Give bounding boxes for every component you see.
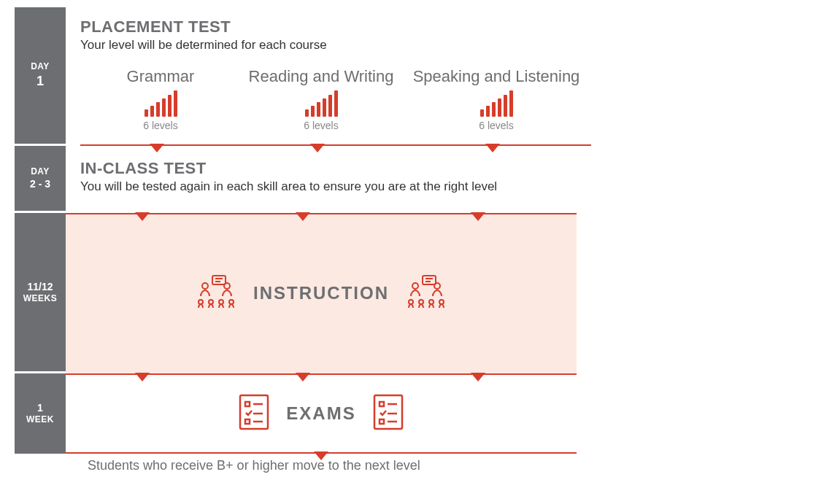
levels-label: 6 levels: [479, 120, 513, 131]
arrow-down-icon: [471, 373, 485, 381]
svg-rect-18: [380, 402, 384, 406]
skill-speaking-listening: Speaking and Listening 6 levels: [401, 67, 591, 131]
skill-grammar: Grammar 6 levels: [80, 67, 241, 131]
phase-3-row: 11/12 WEEKS: [15, 213, 817, 373]
svg-rect-16: [245, 419, 250, 424]
classroom-icon: [405, 274, 447, 312]
footer-note: Students who receive B+ or higher move t…: [88, 458, 817, 473]
levels-bars-icon: [480, 90, 513, 117]
exams-band: EXAMS: [80, 373, 562, 454]
phase-4-content: EXAMS: [66, 373, 577, 454]
svg-rect-14: [240, 395, 268, 429]
skill-title: Reading and Writing: [249, 67, 394, 86]
classroom-icon: [195, 274, 237, 312]
checklist-icon: [238, 393, 270, 434]
phase-3-content: INSTRUCTION: [66, 213, 577, 373]
phase-4-row: 1 WEEK EXAMS: [15, 373, 817, 454]
levels-bars-icon: [145, 90, 177, 117]
phase-1-subtitle: Your level will be determined for each c…: [80, 38, 803, 53]
sidebar-label: DAY: [31, 61, 50, 73]
phase-2-sidebar: DAY 2 - 3: [15, 146, 66, 213]
arrow-down-icon: [135, 212, 150, 221]
sidebar-label: DAY: [31, 166, 50, 178]
svg-rect-19: [380, 419, 384, 424]
arrow-down-icon: [296, 373, 310, 381]
sidebar-value: 11/12: [27, 280, 53, 293]
phase-1-content: PLACEMENT TEST Your level will be determ…: [66, 7, 817, 146]
levels-label: 6 levels: [143, 120, 177, 131]
divider-bottom: [66, 452, 577, 454]
svg-rect-9: [423, 276, 436, 284]
skill-title: Grammar: [127, 67, 195, 86]
arrow-down-icon: [471, 212, 485, 221]
svg-rect-15: [245, 402, 250, 406]
phase-1-row: DAY 1 PLACEMENT TEST Your level will be …: [15, 7, 817, 146]
phase-4-sidebar: 1 WEEK: [15, 373, 66, 454]
skills-row: Grammar 6 levels Reading and Writing 6 l…: [80, 67, 803, 144]
sidebar-label: WEEKS: [23, 293, 58, 305]
checklist-icon: [372, 393, 404, 434]
phase-4-title: EXAMS: [286, 403, 355, 424]
svg-point-0: [202, 283, 208, 289]
phase-1-title: PLACEMENT TEST: [80, 18, 803, 36]
arrow-down-icon: [296, 212, 310, 221]
svg-point-7: [412, 283, 418, 289]
course-timeline-diagram: DAY 1 PLACEMENT TEST Your level will be …: [15, 7, 817, 473]
levels-label: 6 levels: [304, 120, 338, 131]
divider-top: [66, 373, 577, 375]
svg-rect-17: [374, 395, 402, 429]
sidebar-value: 1: [37, 401, 43, 414]
levels-bars-icon: [305, 90, 338, 117]
phase-2-subtitle: You will be tested again in each skill a…: [80, 179, 803, 194]
phase-2-row: DAY 2 - 3 IN-CLASS TEST You will be test…: [15, 146, 817, 213]
sidebar-value: 2 - 3: [30, 177, 50, 190]
phase-3-title: INSTRUCTION: [253, 283, 389, 303]
phase-2-content: IN-CLASS TEST You will be tested again i…: [66, 146, 817, 213]
skill-reading-writing: Reading and Writing 6 levels: [241, 67, 401, 131]
arrow-down-icon: [314, 451, 328, 460]
skill-title: Speaking and Listening: [413, 67, 580, 86]
phase-2-title: IN-CLASS TEST: [80, 159, 803, 178]
instruction-band: INSTRUCTION: [80, 213, 562, 373]
phase-3-sidebar: 11/12 WEEKS: [15, 213, 66, 373]
arrow-down-icon: [135, 373, 150, 381]
sidebar-value: 1: [36, 73, 44, 90]
divider-top: [66, 213, 577, 214]
sidebar-label: WEEK: [26, 414, 54, 426]
phase-1-sidebar: DAY 1: [15, 7, 66, 146]
svg-rect-2: [212, 276, 226, 284]
